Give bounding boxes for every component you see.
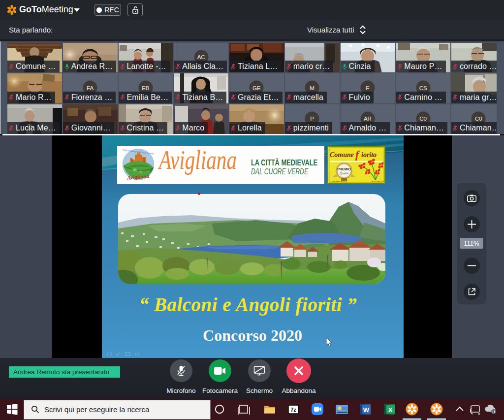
svg-text:PREMIO: PREMIO xyxy=(337,167,351,171)
svg-text:7z: 7z xyxy=(290,407,296,413)
svg-text:COMUNEFIORITO.IT: COMUNEFIORITO.IT xyxy=(331,181,348,183)
svg-text:Qualità: Qualità xyxy=(340,172,348,175)
svg-text:Comune: Comune xyxy=(330,151,354,159)
svg-text:W: W xyxy=(363,406,370,414)
svg-text:iorito: iorito xyxy=(361,151,377,159)
svg-text:EDIZIONE 2020: EDIZIONE 2020 xyxy=(372,181,384,183)
svg-text:X: X xyxy=(388,406,393,414)
